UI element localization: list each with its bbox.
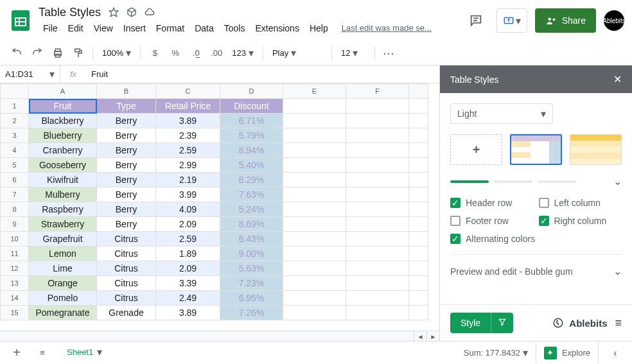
- cell[interactable]: Lime: [29, 261, 97, 276]
- font-size-select[interactable]: 12▾: [337, 44, 369, 62]
- number-format-select[interactable]: 123▾: [228, 44, 258, 62]
- cell[interactable]: Citrus: [97, 247, 156, 261]
- style-category-select[interactable]: Light▾: [450, 103, 553, 124]
- cell[interactable]: Berry: [97, 128, 156, 143]
- cell[interactable]: Berry: [97, 217, 156, 232]
- menu-edit[interactable]: Edit: [64, 21, 88, 36]
- move-icon[interactable]: [127, 7, 137, 17]
- row-header[interactable]: 7: [1, 187, 29, 202]
- menu-icon[interactable]: ≡: [615, 316, 622, 330]
- row-header[interactable]: 1: [1, 99, 29, 114]
- cell[interactable]: Gooseberry: [29, 158, 97, 173]
- cell[interactable]: Berry: [97, 187, 156, 202]
- pager-dot[interactable]: [538, 180, 576, 183]
- cell[interactable]: 2.59: [156, 232, 220, 247]
- apply-style-button[interactable]: Style: [450, 313, 491, 333]
- cell[interactable]: 1.89: [156, 247, 220, 261]
- row-header[interactable]: 5: [1, 158, 29, 173]
- cell[interactable]: 2.49: [156, 291, 220, 306]
- increase-decimal-icon[interactable]: .00: [207, 44, 225, 62]
- row-header[interactable]: 6: [1, 173, 29, 187]
- menu-view[interactable]: View: [89, 21, 118, 36]
- star-icon[interactable]: [109, 7, 119, 17]
- cell[interactable]: Citrus: [97, 276, 156, 291]
- percent-icon[interactable]: %: [166, 44, 184, 62]
- cell[interactable]: 3.99: [156, 187, 220, 202]
- sum-display[interactable]: Sum: 177.8432▾: [464, 347, 528, 359]
- row-header[interactable]: 9: [1, 217, 29, 232]
- last-edit-link[interactable]: Last edit was made se...: [342, 23, 432, 33]
- template-yellow[interactable]: [570, 134, 622, 165]
- cell[interactable]: 3.89: [156, 306, 220, 320]
- cell[interactable]: 2.39: [156, 128, 220, 143]
- cell[interactable]: Pomelo: [29, 291, 97, 306]
- cell[interactable]: Berry: [97, 158, 156, 173]
- more-tools-icon[interactable]: ⋯: [380, 44, 398, 62]
- cell[interactable]: 6.71%: [220, 114, 283, 128]
- cell[interactable]: Cranberry: [29, 143, 97, 158]
- cell[interactable]: Citrus: [97, 291, 156, 306]
- style-filter-button[interactable]: [491, 313, 513, 333]
- present-button[interactable]: ▾: [496, 8, 527, 33]
- cell[interactable]: Kiwifruit: [29, 173, 97, 187]
- cell[interactable]: Mulberry: [29, 187, 97, 202]
- cell[interactable]: 7.26%: [220, 306, 283, 320]
- preview-edit-row[interactable]: Preview and edit - Bubble gum ⌄: [450, 265, 622, 277]
- menu-file[interactable]: File: [39, 21, 62, 36]
- pager-dot-active[interactable]: [450, 180, 489, 183]
- cell[interactable]: 5.63%: [220, 261, 283, 276]
- cell[interactable]: 8.94%: [220, 143, 283, 158]
- chevron-down-icon[interactable]: ⌄: [613, 175, 622, 187]
- decrease-decimal-icon[interactable]: .0̲: [187, 44, 205, 62]
- collapse-icon[interactable]: ‹: [606, 344, 624, 362]
- cell[interactable]: 7.23%: [220, 276, 283, 291]
- cell[interactable]: 2.99: [156, 158, 220, 173]
- row-header[interactable]: 8: [1, 202, 29, 217]
- template-bubble-gum[interactable]: [510, 134, 562, 165]
- cell[interactable]: 2.59: [156, 143, 220, 158]
- cell[interactable]: 5.79%: [220, 128, 283, 143]
- cell[interactable]: 7.63%: [220, 187, 283, 202]
- cell[interactable]: 5.24%: [220, 202, 283, 217]
- table-header-cell[interactable]: Type: [97, 99, 156, 114]
- cell[interactable]: Orange: [29, 276, 97, 291]
- cell[interactable]: 4.09: [156, 202, 220, 217]
- col-header[interactable]: C: [156, 84, 220, 99]
- cell[interactable]: Lemon: [29, 247, 97, 261]
- comments-icon[interactable]: [463, 8, 489, 33]
- cell[interactable]: Berry: [97, 202, 156, 217]
- cell[interactable]: Citrus: [97, 232, 156, 247]
- row-header[interactable]: 3: [1, 128, 29, 143]
- check-header-row[interactable]: ✓Header row: [450, 198, 534, 208]
- cell[interactable]: Blackberry: [29, 114, 97, 128]
- add-sheet-icon[interactable]: +: [8, 344, 26, 362]
- cell[interactable]: 6.43%: [220, 232, 283, 247]
- col-header[interactable]: A: [29, 84, 97, 99]
- cloud-icon[interactable]: [145, 7, 155, 17]
- menu-insert[interactable]: Insert: [119, 21, 150, 36]
- spreadsheet-grid[interactable]: ABCDEF1FruitTypeRetail PriceDiscount2Bla…: [0, 83, 439, 331]
- row-header[interactable]: 10: [1, 232, 29, 247]
- explore-button[interactable]: ✦ Explore: [536, 343, 599, 363]
- close-icon[interactable]: ✕: [613, 73, 622, 85]
- cell[interactable]: 8.69%: [220, 217, 283, 232]
- undo-icon[interactable]: [8, 44, 26, 62]
- formula-bar[interactable]: Fruit: [86, 69, 439, 79]
- paint-format-icon[interactable]: [69, 44, 87, 62]
- check-right-column[interactable]: ✓Right column: [539, 216, 622, 226]
- check-footer-row[interactable]: Footer row: [450, 216, 534, 226]
- row-header[interactable]: 4: [1, 143, 29, 158]
- row-header[interactable]: 14: [1, 291, 29, 306]
- check-left-column[interactable]: Left column: [539, 198, 622, 208]
- cell[interactable]: Strawberry: [29, 217, 97, 232]
- row-header[interactable]: 13: [1, 276, 29, 291]
- cell[interactable]: 6.95%: [220, 291, 283, 306]
- check-alternating-colors[interactable]: ✓Alternating colors: [450, 234, 622, 244]
- all-sheets-icon[interactable]: ≡: [33, 344, 51, 362]
- menu-tools[interactable]: Tools: [220, 21, 250, 36]
- cell[interactable]: 2.09: [156, 261, 220, 276]
- col-header[interactable]: D: [220, 84, 283, 99]
- row-header[interactable]: 11: [1, 247, 29, 261]
- cell[interactable]: 2.19: [156, 173, 220, 187]
- horizontal-scrollbar[interactable]: ◄ ►: [0, 331, 439, 341]
